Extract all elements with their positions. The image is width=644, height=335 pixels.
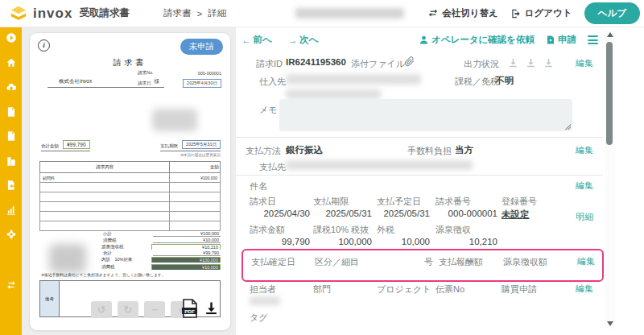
doc-totals: 小計¥100,000 消費税¥10,000 源泉徴収税¥10,210 合計¥99… bbox=[98, 230, 221, 270]
settings-gear-icon[interactable] bbox=[6, 229, 17, 240]
doc-invoice-no-label: 請求No. bbox=[138, 70, 154, 76]
analytics-chart-icon[interactable] bbox=[6, 205, 17, 216]
output-download-icon[interactable] bbox=[526, 57, 536, 68]
request-operator-button[interactable]: オペレータに確認を依頼 bbox=[419, 34, 535, 46]
company-switch-button[interactable]: 会社切り替え bbox=[427, 7, 498, 19]
home-icon[interactable] bbox=[6, 57, 17, 68]
vertical-scrollbar[interactable] bbox=[605, 30, 615, 329]
total-label: 合計 bbox=[103, 250, 153, 256]
invox-logo-icon bbox=[9, 5, 28, 23]
table-row bbox=[40, 221, 221, 231]
logout-label: ログアウト bbox=[525, 7, 572, 19]
invoice-list-icon[interactable] bbox=[6, 106, 17, 118]
doc-line-items-table: 請求内容 金額 顧問料 ¥100,000 bbox=[39, 161, 221, 231]
scroll-up-icon[interactable] bbox=[607, 32, 613, 37]
help-button[interactable]: ヘルプ bbox=[584, 2, 640, 24]
redacted-supplier-name bbox=[286, 74, 421, 85]
table-row: 顧問料 ¥100,000 bbox=[40, 173, 221, 183]
edit-payment-confirm-link[interactable]: 編集 bbox=[577, 255, 595, 267]
edit-assignment-link[interactable]: 編集 bbox=[576, 283, 593, 295]
line-items-link[interactable]: 明細 bbox=[576, 211, 593, 223]
info-icon[interactable]: i bbox=[38, 39, 50, 52]
company-switch-label: 会社切り替え bbox=[442, 7, 498, 19]
output-download-icon[interactable] bbox=[543, 57, 554, 68]
department-label: 部門 bbox=[313, 283, 331, 296]
doc-col-amount: 金額 bbox=[170, 162, 221, 173]
doc-recipient: 株式会社invox 様 bbox=[47, 78, 164, 88]
registration-number-label: 登録番号 bbox=[502, 196, 537, 208]
withholding-amount-label: 源泉徴収額 bbox=[503, 256, 547, 268]
taxable-value: 100,000 bbox=[313, 237, 372, 246]
download-icon[interactable] bbox=[204, 300, 219, 316]
edit-header-link[interactable]: 編集 bbox=[576, 57, 593, 69]
registration-number-value[interactable]: 未設定 bbox=[502, 209, 530, 221]
total-value-tax[interactable]: ¥10,000 bbox=[151, 264, 221, 270]
top-header: invox 受取請求書 請求書 > 詳細 会社切り替え ログアウト ヘルプ bbox=[0, 0, 644, 27]
invoice-date-value: 2025/04/30 bbox=[250, 209, 310, 218]
resize-grip-icon[interactable] bbox=[564, 123, 571, 130]
section-divider bbox=[236, 175, 603, 176]
edit-payment-link[interactable]: 編集 bbox=[576, 144, 593, 156]
invoice-preview-panel: i 未申請 請求書 請求No. 000-000001 請求日 2025年4月30… bbox=[22, 27, 236, 335]
doc-due-date[interactable]: 2025年5月31日 bbox=[182, 140, 221, 149]
invoice-id-value: IR6241195360 bbox=[286, 57, 346, 67]
rotate-left-button[interactable]: ↺ bbox=[91, 301, 112, 318]
doc-amount-row: 合計金額 ¥99,790 支払期限 2025年5月31日 ※休日の場合は翌営業日 bbox=[41, 140, 221, 157]
doc-invoice-date[interactable]: 2025年4月30日 bbox=[183, 79, 221, 88]
scroll-down-icon[interactable] bbox=[607, 321, 613, 326]
output-download-icon[interactable] bbox=[508, 57, 518, 68]
attachment-label: 添付ファイル bbox=[351, 58, 405, 70]
document-icon[interactable] bbox=[6, 130, 17, 142]
next-button[interactable]: → 次へ bbox=[288, 34, 319, 46]
preview-toolbar: ↺ ↻ − + bbox=[91, 301, 192, 318]
issue-number-label: 号 bbox=[424, 256, 433, 268]
pdf-download-icon[interactable]: PDF bbox=[181, 299, 198, 318]
redacted-account-name bbox=[295, 8, 404, 19]
doc-due-label: 支払期限 bbox=[160, 143, 178, 149]
switch-arrows-icon bbox=[427, 8, 439, 19]
rotate-right-button[interactable]: ↻ bbox=[118, 301, 138, 318]
pay-plan-date-label: 支払予定日 bbox=[377, 196, 421, 208]
company-switch-side-icon[interactable] bbox=[6, 279, 17, 291]
pay-confirm-date-label: 支払確定日 bbox=[251, 256, 295, 268]
upload-cloud-icon[interactable] bbox=[6, 81, 17, 93]
paperclip-icon[interactable] bbox=[403, 56, 415, 68]
app-logo[interactable]: invox 受取請求書 bbox=[0, 5, 130, 23]
memo-textarea[interactable] bbox=[279, 99, 572, 131]
doc-note: ※振込手数料は貴社にてご負担頂きますよう、宜しくお願い致します。 bbox=[41, 272, 166, 277]
export-document-icon[interactable] bbox=[6, 180, 17, 191]
total-value-withholding[interactable]: ¥10,210 bbox=[151, 244, 221, 250]
tax-exempt-value: 不明 bbox=[495, 75, 514, 87]
doc-row1-amount: ¥100,000 bbox=[170, 173, 221, 183]
doc-total-amount[interactable]: ¥99,790 bbox=[63, 140, 90, 149]
total-value-taxable[interactable]: ¥100,000 bbox=[151, 257, 221, 263]
apply-button[interactable]: 申請 bbox=[546, 34, 576, 46]
fee-burden-value: 当方 bbox=[455, 144, 473, 156]
header-actions: 会社切り替え ログアウト ヘルプ bbox=[295, 2, 644, 24]
withholding-value: 10,210 bbox=[436, 237, 497, 246]
edit-subject-link[interactable]: 編集 bbox=[576, 180, 593, 192]
invoice-date-label: 請求日 bbox=[250, 196, 276, 208]
category-detail-label: 区分／細目 bbox=[315, 256, 359, 268]
doc-invoice-no: 000-000001 bbox=[198, 71, 221, 76]
taxable-label: 課税10% 税抜 bbox=[313, 224, 369, 236]
collapse-arrow-icon[interactable] bbox=[6, 32, 17, 43]
due-date-label: 支払期限 bbox=[313, 196, 349, 208]
prev-button[interactable]: ← 前へ bbox=[242, 34, 272, 46]
apply-doc-icon bbox=[546, 35, 555, 45]
doc-recipient-name: 株式会社invox bbox=[59, 78, 92, 85]
total-label: 消費税 bbox=[101, 264, 151, 270]
table-row bbox=[40, 183, 221, 192]
external-tax-value: 10,000 bbox=[377, 237, 430, 246]
breadcrumb-invoices[interactable]: 請求書 bbox=[163, 7, 192, 19]
logout-button[interactable]: ログアウト bbox=[510, 7, 572, 19]
menu-hamburger-icon[interactable] bbox=[588, 35, 598, 44]
invoice-amount-label: 請求金額 bbox=[250, 224, 285, 236]
zoom-out-button[interactable]: − bbox=[144, 301, 165, 318]
app-name: 受取請求書 bbox=[79, 6, 130, 20]
output-status-label: 出力状況 bbox=[464, 58, 499, 70]
external-tax-label: 外税 bbox=[377, 224, 394, 236]
scrollbar-thumb[interactable] bbox=[606, 42, 613, 145]
supplier-building-icon[interactable] bbox=[6, 155, 17, 167]
withholding-label: 源泉徴収 bbox=[436, 224, 471, 236]
